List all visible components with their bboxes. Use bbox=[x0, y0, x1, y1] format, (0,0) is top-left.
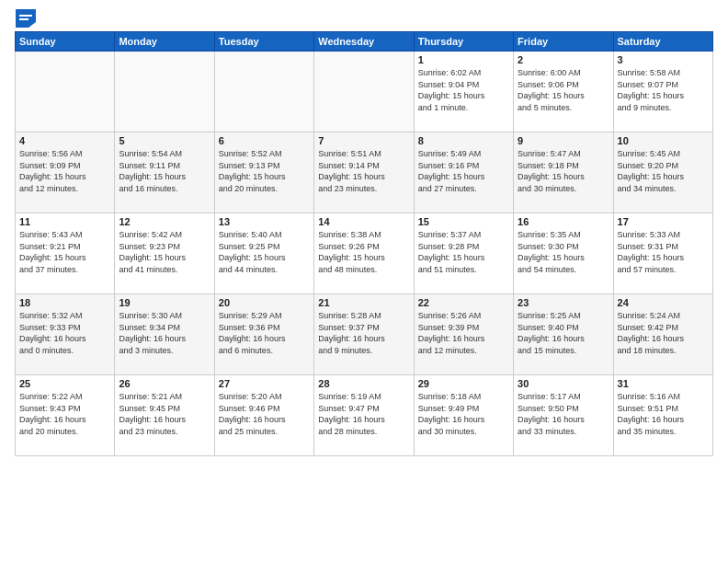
page: SundayMondayTuesdayWednesdayThursdayFrid… bbox=[0, 0, 728, 563]
day-number: 11 bbox=[19, 216, 110, 227]
calendar-header-row: SundayMondayTuesdayWednesdayThursdayFrid… bbox=[16, 32, 713, 52]
day-number: 18 bbox=[19, 297, 110, 308]
day-info: Sunrise: 5:54 AM Sunset: 9:11 PM Dayligh… bbox=[119, 148, 210, 194]
day-info: Sunrise: 5:47 AM Sunset: 9:18 PM Dayligh… bbox=[518, 148, 609, 194]
day-number: 30 bbox=[518, 378, 609, 389]
day-number: 21 bbox=[318, 297, 409, 308]
calendar-cell: 15Sunrise: 5:37 AM Sunset: 9:28 PM Dayli… bbox=[414, 213, 513, 294]
calendar-day-header: Saturday bbox=[613, 32, 712, 52]
day-info: Sunrise: 5:37 AM Sunset: 9:28 PM Dayligh… bbox=[418, 229, 509, 275]
day-info: Sunrise: 5:24 AM Sunset: 9:42 PM Dayligh… bbox=[618, 310, 709, 356]
calendar-cell: 8Sunrise: 5:49 AM Sunset: 9:16 PM Daylig… bbox=[414, 132, 513, 213]
calendar-cell: 1Sunrise: 6:02 AM Sunset: 9:04 PM Daylig… bbox=[414, 52, 513, 132]
day-number: 16 bbox=[518, 216, 609, 227]
calendar-cell: 28Sunrise: 5:19 AM Sunset: 9:47 PM Dayli… bbox=[314, 375, 414, 456]
day-info: Sunrise: 5:26 AM Sunset: 9:39 PM Dayligh… bbox=[418, 310, 509, 356]
day-number: 23 bbox=[518, 297, 609, 308]
day-number: 28 bbox=[318, 378, 409, 389]
day-info: Sunrise: 5:38 AM Sunset: 9:26 PM Dayligh… bbox=[318, 229, 409, 275]
day-info: Sunrise: 5:51 AM Sunset: 9:14 PM Dayligh… bbox=[318, 148, 409, 194]
day-info: Sunrise: 5:32 AM Sunset: 9:33 PM Dayligh… bbox=[19, 310, 110, 356]
day-info: Sunrise: 5:45 AM Sunset: 9:20 PM Dayligh… bbox=[618, 148, 709, 194]
calendar-cell: 16Sunrise: 5:35 AM Sunset: 9:30 PM Dayli… bbox=[514, 213, 613, 294]
logo bbox=[15, 11, 36, 24]
day-number: 1 bbox=[418, 54, 509, 65]
calendar-cell: 2Sunrise: 6:00 AM Sunset: 9:06 PM Daylig… bbox=[514, 52, 613, 132]
day-info: Sunrise: 5:40 AM Sunset: 9:25 PM Dayligh… bbox=[219, 229, 310, 275]
day-number: 29 bbox=[418, 378, 509, 389]
day-number: 22 bbox=[418, 297, 509, 308]
svg-marker-1 bbox=[19, 15, 32, 17]
day-info: Sunrise: 5:22 AM Sunset: 9:43 PM Dayligh… bbox=[19, 391, 110, 437]
day-info: Sunrise: 5:16 AM Sunset: 9:51 PM Dayligh… bbox=[618, 391, 709, 437]
day-info: Sunrise: 5:21 AM Sunset: 9:45 PM Dayligh… bbox=[119, 391, 210, 437]
day-info: Sunrise: 5:30 AM Sunset: 9:34 PM Dayligh… bbox=[119, 310, 210, 356]
calendar-day-header: Sunday bbox=[16, 32, 115, 52]
calendar-cell: 22Sunrise: 5:26 AM Sunset: 9:39 PM Dayli… bbox=[414, 294, 513, 375]
calendar-cell: 31Sunrise: 5:16 AM Sunset: 9:51 PM Dayli… bbox=[613, 375, 712, 456]
day-number: 13 bbox=[219, 216, 310, 227]
day-info: Sunrise: 5:25 AM Sunset: 9:40 PM Dayligh… bbox=[518, 310, 609, 356]
day-info: Sunrise: 5:19 AM Sunset: 9:47 PM Dayligh… bbox=[318, 391, 409, 437]
svg-marker-2 bbox=[19, 18, 28, 20]
calendar-cell: 4Sunrise: 5:56 AM Sunset: 9:09 PM Daylig… bbox=[16, 132, 115, 213]
day-number: 24 bbox=[618, 297, 709, 308]
calendar-day-header: Friday bbox=[514, 32, 613, 52]
day-number: 9 bbox=[518, 135, 609, 146]
day-info: Sunrise: 6:00 AM Sunset: 9:06 PM Dayligh… bbox=[518, 67, 609, 113]
day-info: Sunrise: 5:49 AM Sunset: 9:16 PM Dayligh… bbox=[418, 148, 509, 194]
calendar-cell: 14Sunrise: 5:38 AM Sunset: 9:26 PM Dayli… bbox=[314, 213, 414, 294]
calendar-cell: 21Sunrise: 5:28 AM Sunset: 9:37 PM Dayli… bbox=[314, 294, 414, 375]
day-number: 31 bbox=[618, 378, 709, 389]
day-number: 10 bbox=[618, 135, 709, 146]
day-number: 2 bbox=[518, 54, 609, 65]
header bbox=[15, 11, 713, 24]
day-number: 4 bbox=[19, 135, 110, 146]
day-info: Sunrise: 5:58 AM Sunset: 9:07 PM Dayligh… bbox=[618, 67, 709, 113]
calendar-cell: 29Sunrise: 5:18 AM Sunset: 9:49 PM Dayli… bbox=[414, 375, 513, 456]
day-info: Sunrise: 5:56 AM Sunset: 9:09 PM Dayligh… bbox=[19, 148, 110, 194]
day-info: Sunrise: 5:33 AM Sunset: 9:31 PM Dayligh… bbox=[618, 229, 709, 275]
day-number: 20 bbox=[219, 297, 310, 308]
calendar-week-row: 25Sunrise: 5:22 AM Sunset: 9:43 PM Dayli… bbox=[16, 375, 713, 456]
calendar-cell: 5Sunrise: 5:54 AM Sunset: 9:11 PM Daylig… bbox=[115, 132, 214, 213]
calendar-cell: 25Sunrise: 5:22 AM Sunset: 9:43 PM Dayli… bbox=[16, 375, 115, 456]
calendar-cell: 30Sunrise: 5:17 AM Sunset: 9:50 PM Dayli… bbox=[514, 375, 613, 456]
day-number: 25 bbox=[19, 378, 110, 389]
calendar-week-row: 4Sunrise: 5:56 AM Sunset: 9:09 PM Daylig… bbox=[16, 132, 713, 213]
day-info: Sunrise: 5:35 AM Sunset: 9:30 PM Dayligh… bbox=[518, 229, 609, 275]
day-number: 7 bbox=[318, 135, 409, 146]
day-number: 6 bbox=[219, 135, 310, 146]
day-info: Sunrise: 6:02 AM Sunset: 9:04 PM Dayligh… bbox=[418, 67, 509, 113]
calendar-cell: 11Sunrise: 5:43 AM Sunset: 9:21 PM Dayli… bbox=[16, 213, 115, 294]
day-number: 19 bbox=[119, 297, 210, 308]
day-number: 8 bbox=[418, 135, 509, 146]
calendar-cell: 3Sunrise: 5:58 AM Sunset: 9:07 PM Daylig… bbox=[613, 52, 712, 132]
day-number: 5 bbox=[119, 135, 210, 146]
calendar-day-header: Monday bbox=[115, 32, 214, 52]
calendar-cell: 7Sunrise: 5:51 AM Sunset: 9:14 PM Daylig… bbox=[314, 132, 414, 213]
calendar-cell: 12Sunrise: 5:42 AM Sunset: 9:23 PM Dayli… bbox=[115, 213, 214, 294]
day-number: 27 bbox=[219, 378, 310, 389]
calendar-day-header: Wednesday bbox=[314, 32, 414, 52]
calendar-cell: 10Sunrise: 5:45 AM Sunset: 9:20 PM Dayli… bbox=[613, 132, 712, 213]
day-number: 17 bbox=[618, 216, 709, 227]
calendar-week-row: 11Sunrise: 5:43 AM Sunset: 9:21 PM Dayli… bbox=[16, 213, 713, 294]
day-info: Sunrise: 5:28 AM Sunset: 9:37 PM Dayligh… bbox=[318, 310, 409, 356]
calendar-week-row: 18Sunrise: 5:32 AM Sunset: 9:33 PM Dayli… bbox=[16, 294, 713, 375]
calendar-cell: 18Sunrise: 5:32 AM Sunset: 9:33 PM Dayli… bbox=[16, 294, 115, 375]
day-info: Sunrise: 5:18 AM Sunset: 9:49 PM Dayligh… bbox=[418, 391, 509, 437]
calendar-cell: 20Sunrise: 5:29 AM Sunset: 9:36 PM Dayli… bbox=[214, 294, 313, 375]
calendar-week-row: 1Sunrise: 6:02 AM Sunset: 9:04 PM Daylig… bbox=[16, 52, 713, 132]
logo-icon bbox=[16, 9, 36, 28]
day-info: Sunrise: 5:29 AM Sunset: 9:36 PM Dayligh… bbox=[219, 310, 310, 356]
day-info: Sunrise: 5:20 AM Sunset: 9:46 PM Dayligh… bbox=[219, 391, 310, 437]
day-number: 3 bbox=[618, 54, 709, 65]
day-info: Sunrise: 5:42 AM Sunset: 9:23 PM Dayligh… bbox=[119, 229, 210, 275]
day-info: Sunrise: 5:17 AM Sunset: 9:50 PM Dayligh… bbox=[518, 391, 609, 437]
calendar-cell: 24Sunrise: 5:24 AM Sunset: 9:42 PM Dayli… bbox=[613, 294, 712, 375]
calendar-day-header: Thursday bbox=[414, 32, 513, 52]
calendar-cell: 26Sunrise: 5:21 AM Sunset: 9:45 PM Dayli… bbox=[115, 375, 214, 456]
day-number: 15 bbox=[418, 216, 509, 227]
day-number: 14 bbox=[318, 216, 409, 227]
